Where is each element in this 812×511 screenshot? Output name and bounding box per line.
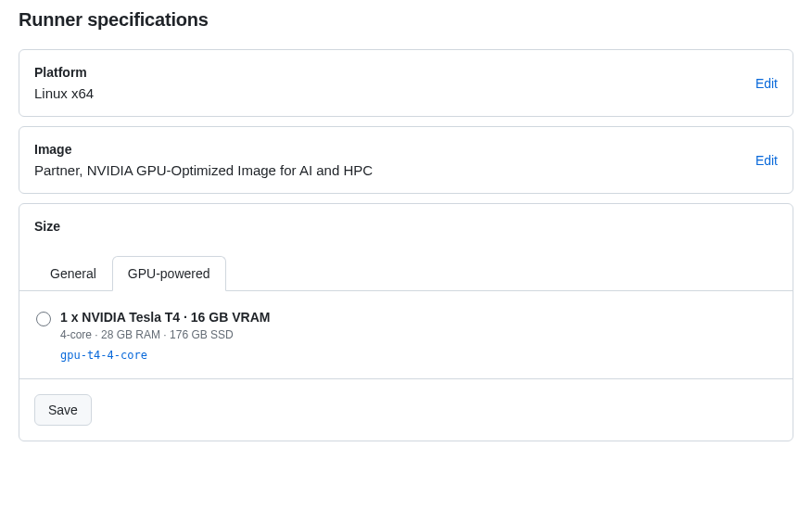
size-option[interactable]: 1 x NVIDIA Tesla T4 · 16 GB VRAM 4-core … (19, 291, 793, 379)
platform-card: Platform Linux x64 Edit (19, 49, 793, 117)
size-option-title: 1 x NVIDIA Tesla T4 · 16 GB VRAM (60, 310, 776, 325)
image-value: Partner, NVIDIA GPU-Optimized Image for … (34, 162, 741, 178)
image-card: Image Partner, NVIDIA GPU-Optimized Imag… (19, 126, 793, 194)
platform-label: Platform (34, 65, 741, 80)
tab-gpu-powered[interactable]: GPU-powered (112, 256, 226, 291)
save-button[interactable]: Save (34, 394, 92, 426)
tab-general[interactable]: General (34, 256, 112, 291)
size-card: Size General GPU-powered 1 x NVIDIA Tesl… (19, 203, 793, 441)
image-edit-link[interactable]: Edit (741, 153, 778, 168)
platform-edit-link[interactable]: Edit (741, 76, 778, 91)
size-tabs: General GPU-powered (19, 239, 793, 291)
image-label: Image (34, 142, 741, 157)
radio-unselected-icon[interactable] (36, 312, 51, 326)
size-label: Size (34, 219, 778, 234)
size-option-tag: gpu-t4-4-core (60, 349, 776, 362)
platform-value: Linux x64 (34, 85, 741, 101)
page-title: Runner specifications (19, 9, 793, 31)
size-option-desc: 4-core · 28 GB RAM · 176 GB SSD (60, 328, 776, 341)
